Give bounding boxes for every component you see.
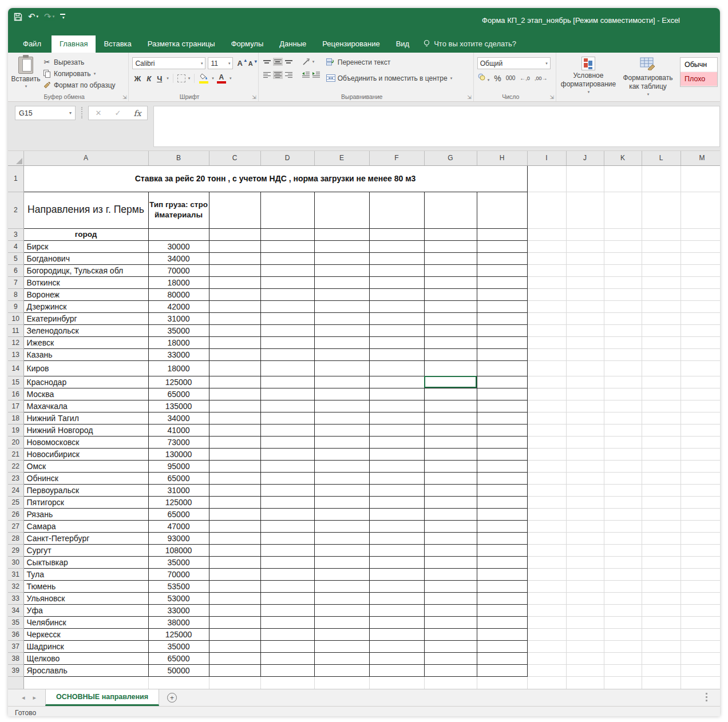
- cell[interactable]: [566, 544, 604, 556]
- cell[interactable]: [680, 628, 720, 640]
- cell[interactable]: [260, 424, 314, 436]
- column-header-K[interactable]: K: [604, 151, 642, 165]
- cell-city[interactable]: Самара: [23, 520, 148, 532]
- cell[interactable]: [209, 544, 260, 556]
- cell[interactable]: [604, 252, 642, 264]
- cell[interactable]: [680, 520, 720, 532]
- cell[interactable]: [604, 264, 642, 276]
- column-header-E[interactable]: E: [314, 151, 369, 165]
- cell[interactable]: [527, 640, 566, 652]
- cell[interactable]: [369, 472, 424, 484]
- cell[interactable]: [209, 360, 260, 376]
- cell[interactable]: [260, 336, 314, 348]
- undo-button[interactable]: ↶▾: [28, 11, 38, 22]
- cell[interactable]: [477, 388, 527, 400]
- align-middle-button[interactable]: [273, 58, 283, 66]
- cell[interactable]: [566, 520, 604, 532]
- cell-rate[interactable]: 33000: [148, 348, 209, 360]
- cell[interactable]: [314, 676, 369, 689]
- cell[interactable]: [209, 520, 260, 532]
- cell-rate[interactable]: 65000: [148, 472, 209, 484]
- cell[interactable]: [642, 348, 680, 360]
- cell-cargo-header[interactable]: Тип груза: стройматериалы: [148, 192, 209, 228]
- cell-rate[interactable]: 18000: [148, 360, 209, 376]
- cell-city[interactable]: Первоуральск: [23, 484, 148, 496]
- align-center-button[interactable]: [273, 71, 283, 79]
- cell[interactable]: [260, 544, 314, 556]
- cell[interactable]: [209, 252, 260, 264]
- cell[interactable]: [642, 616, 680, 628]
- cell[interactable]: [527, 532, 566, 544]
- cell[interactable]: [314, 436, 369, 448]
- row-header[interactable]: 13: [8, 348, 23, 360]
- dialog-launcher-icon[interactable]: ⇲: [122, 94, 127, 100]
- cell[interactable]: [424, 400, 477, 412]
- cell[interactable]: [566, 388, 604, 400]
- cell[interactable]: [527, 508, 566, 520]
- cell[interactable]: [566, 616, 604, 628]
- increase-decimal-button[interactable]: ←,0: [520, 75, 530, 81]
- cell[interactable]: [477, 400, 527, 412]
- cell[interactable]: [566, 300, 604, 312]
- cell-rate[interactable]: 125000: [148, 376, 209, 388]
- cell[interactable]: [477, 544, 527, 556]
- cell[interactable]: [209, 312, 260, 324]
- cell-city[interactable]: Обнинск: [23, 472, 148, 484]
- cell[interactable]: [209, 580, 260, 592]
- cell-city[interactable]: Москва: [23, 388, 148, 400]
- cell[interactable]: [527, 676, 566, 689]
- cell[interactable]: [424, 544, 477, 556]
- format-painter-button[interactable]: Формат по образцу: [42, 80, 116, 90]
- cell[interactable]: [680, 376, 720, 388]
- cell[interactable]: [314, 324, 369, 336]
- cell[interactable]: [680, 532, 720, 544]
- column-header-B[interactable]: B: [148, 151, 209, 165]
- next-sheet-icon[interactable]: ▸: [33, 694, 37, 701]
- cell[interactable]: [424, 240, 477, 252]
- cell[interactable]: [424, 436, 477, 448]
- row-header[interactable]: 18: [8, 412, 23, 424]
- cell[interactable]: [424, 376, 477, 388]
- cell[interactable]: [314, 388, 369, 400]
- row-header[interactable]: 11: [8, 324, 23, 336]
- cell[interactable]: [477, 568, 527, 580]
- column-header-H[interactable]: H: [477, 151, 527, 165]
- cell[interactable]: [477, 436, 527, 448]
- cell[interactable]: [566, 192, 604, 228]
- cell[interactable]: [260, 348, 314, 360]
- cell[interactable]: [260, 252, 314, 264]
- cell[interactable]: [23, 676, 148, 689]
- cell[interactable]: [424, 276, 477, 288]
- cell[interactable]: [642, 264, 680, 276]
- cell-city[interactable]: Нижний Тагил: [23, 412, 148, 424]
- cell[interactable]: [209, 460, 260, 472]
- cell[interactable]: [477, 276, 527, 288]
- cell[interactable]: [260, 484, 314, 496]
- cell[interactable]: [424, 484, 477, 496]
- cell[interactable]: [369, 192, 424, 228]
- cell[interactable]: [680, 324, 720, 336]
- column-header-I[interactable]: I: [527, 151, 566, 165]
- copy-button[interactable]: Копировать▾: [42, 69, 116, 78]
- cell[interactable]: [680, 664, 720, 676]
- cell[interactable]: [477, 192, 527, 228]
- cell[interactable]: [314, 616, 369, 628]
- cell[interactable]: [369, 580, 424, 592]
- cell[interactable]: [604, 580, 642, 592]
- cell[interactable]: [260, 628, 314, 640]
- cell[interactable]: [209, 264, 260, 276]
- cell[interactable]: [260, 400, 314, 412]
- cell[interactable]: [424, 580, 477, 592]
- align-bottom-button[interactable]: [284, 58, 294, 66]
- cell[interactable]: [680, 228, 720, 240]
- cell-rate[interactable]: 125000: [148, 628, 209, 640]
- cell[interactable]: [604, 496, 642, 508]
- row-header[interactable]: [8, 676, 23, 689]
- cell[interactable]: [642, 388, 680, 400]
- cell[interactable]: [369, 604, 424, 616]
- cell[interactable]: [604, 288, 642, 300]
- cell[interactable]: [314, 532, 369, 544]
- cell[interactable]: [642, 376, 680, 388]
- grow-font-button[interactable]: A▴: [235, 59, 244, 68]
- cell[interactable]: [604, 312, 642, 324]
